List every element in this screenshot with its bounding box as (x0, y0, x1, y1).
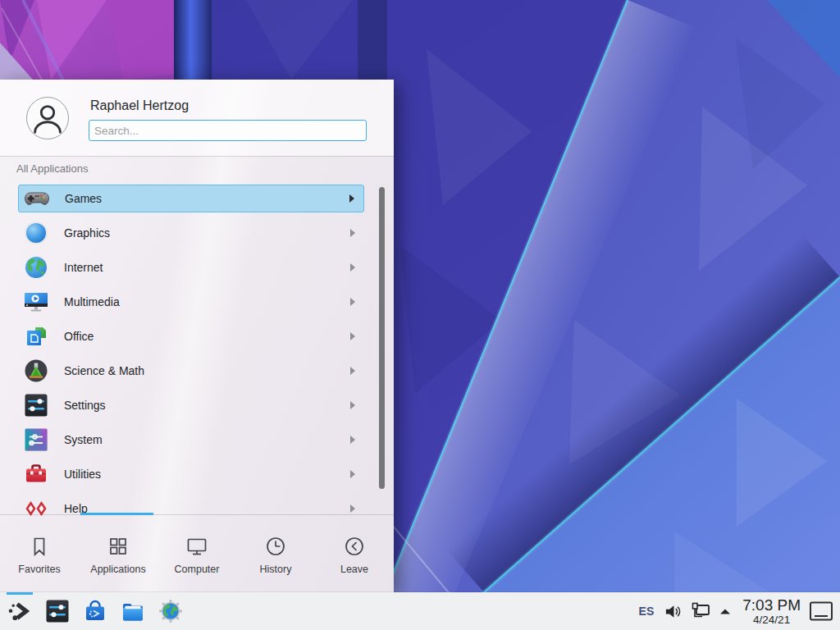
tab-history[interactable]: History (236, 515, 315, 592)
digital-clock[interactable]: 7:03 PM 4/24/21 (742, 597, 801, 626)
web-browser-button[interactable] (158, 598, 184, 624)
bookmark-icon (27, 534, 52, 559)
category-row-utilities[interactable]: Utilities (18, 460, 364, 488)
category-row-system[interactable]: System (18, 426, 364, 454)
chevron-right-icon (350, 229, 355, 237)
category-row-graphics[interactable]: Graphics (18, 219, 364, 247)
clock-time: 7:03 PM (742, 597, 801, 613)
category-row-help[interactable]: Help (18, 495, 364, 516)
settings-icon (23, 392, 49, 418)
graphics-icon (23, 220, 49, 246)
list-scrollbar[interactable] (379, 187, 385, 489)
office-icon (23, 323, 49, 349)
active-tab-indicator (80, 513, 153, 515)
globe-gear-icon (158, 598, 184, 624)
chevron-right-icon (350, 367, 355, 375)
tab-leave[interactable]: Leave (315, 515, 394, 592)
category-label: Multimedia (64, 295, 120, 308)
multimedia-icon (23, 289, 49, 315)
category-row-office[interactable]: Office (18, 322, 364, 350)
category-label: Science & Math (64, 364, 144, 377)
tab-label: Applications (90, 564, 145, 575)
category-label: Games (65, 192, 102, 205)
games-icon (24, 185, 50, 212)
utilities-icon (23, 461, 49, 487)
tab-label: Favorites (18, 564, 60, 575)
network-icon[interactable] (690, 601, 711, 621)
taskbar-panel: ES 7:03 PM 4/24/21 (0, 592, 840, 630)
keyboard-layout-indicator[interactable]: ES (639, 605, 655, 618)
user-name: Raphael Hertzog (90, 98, 189, 113)
chevron-right-icon (350, 436, 355, 444)
system-icon (23, 427, 49, 453)
volume-icon[interactable] (664, 602, 682, 621)
user-icon (27, 98, 68, 139)
internet-icon (23, 254, 49, 281)
leave-icon (342, 534, 367, 559)
kde-launcher-icon (7, 598, 33, 624)
system-settings-button[interactable] (44, 598, 71, 624)
header-separator (0, 156, 394, 157)
folder-icon (120, 598, 146, 624)
chevron-right-icon (350, 332, 355, 340)
category-label: Internet (64, 261, 103, 274)
show-desktop-icon (809, 600, 833, 622)
clock-icon (263, 534, 288, 559)
discover-bag-icon (82, 598, 108, 624)
taskbar-apps (0, 592, 184, 630)
category-label: Office (64, 330, 94, 343)
category-row-science-math[interactable]: Science & Math (18, 357, 364, 385)
science-icon (23, 358, 49, 384)
section-label: All Applications (16, 162, 88, 175)
launcher-tabbar: Favorites Applications C (0, 515, 394, 592)
clock-date: 4/24/21 (742, 614, 801, 626)
category-row-settings[interactable]: Settings (18, 391, 364, 419)
monitor-icon (185, 534, 209, 559)
expand-tray-arrow-icon[interactable] (719, 606, 732, 616)
category-label: Settings (64, 399, 106, 412)
category-label: Utilities (64, 468, 101, 481)
application-launcher-popup: Raphael Hertzog All Applications Games (0, 80, 394, 592)
category-row-multimedia[interactable]: Multimedia (18, 288, 364, 316)
tab-label: History (260, 564, 292, 575)
category-list: Games Graphics (0, 179, 394, 516)
category-row-internet[interactable]: Internet (18, 253, 364, 281)
chevron-right-icon (349, 194, 354, 203)
app-grid-icon (106, 534, 130, 559)
tab-label: Leave (340, 564, 368, 575)
chevron-right-icon (350, 298, 355, 306)
chevron-right-icon (350, 263, 355, 272)
system-tray: ES 7:03 PM 4/24/21 (639, 597, 840, 626)
category-row-games[interactable]: Games (18, 185, 364, 212)
category-label: System (64, 433, 103, 446)
application-launcher-button[interactable] (7, 598, 33, 624)
chevron-right-icon (350, 504, 355, 513)
chevron-right-icon (350, 401, 355, 409)
tab-label: Computer (175, 564, 220, 575)
desktop: Raphael Hertzog All Applications Games (0, 0, 840, 630)
tab-computer[interactable]: Computer (158, 515, 236, 592)
chevron-right-icon (350, 470, 355, 478)
search-input[interactable] (89, 120, 367, 141)
user-avatar[interactable] (26, 97, 69, 139)
category-label: Graphics (64, 226, 110, 240)
tab-favorites[interactable]: Favorites (0, 515, 79, 592)
help-icon (23, 495, 49, 516)
show-desktop-button[interactable] (809, 600, 833, 622)
tab-applications[interactable]: Applications (79, 515, 158, 592)
dolphin-file-manager-button[interactable] (120, 598, 146, 624)
system-settings-icon (44, 598, 71, 624)
discover-button[interactable] (82, 598, 108, 624)
